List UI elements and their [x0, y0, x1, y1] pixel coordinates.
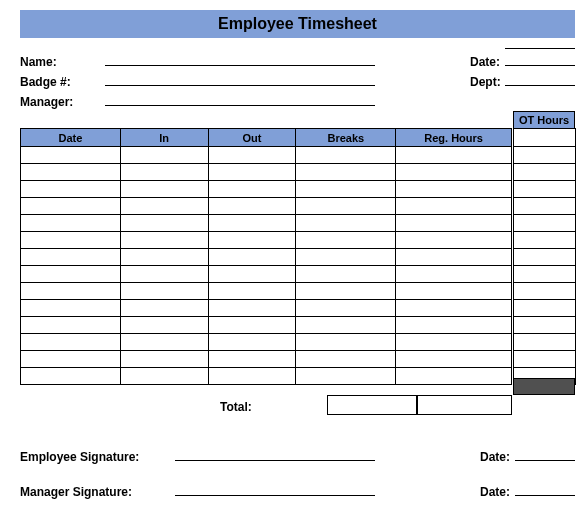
cell-breaks[interactable]: [296, 181, 396, 198]
cell-breaks[interactable]: [296, 368, 396, 385]
cell-in[interactable]: [120, 215, 208, 232]
cell-in[interactable]: [120, 368, 208, 385]
employee-signature-line[interactable]: [175, 460, 375, 461]
cell-date[interactable]: [21, 300, 121, 317]
ot-cell[interactable]: [514, 300, 576, 317]
ot-cell[interactable]: [514, 334, 576, 351]
cell-breaks[interactable]: [296, 283, 396, 300]
cell-in[interactable]: [120, 300, 208, 317]
cell-in[interactable]: [120, 334, 208, 351]
ot-cell[interactable]: [514, 317, 576, 334]
cell-date[interactable]: [21, 334, 121, 351]
cell-breaks[interactable]: [296, 266, 396, 283]
cell-date[interactable]: [21, 147, 121, 164]
table-row: [21, 164, 512, 181]
cell-out[interactable]: [208, 283, 296, 300]
manager-line[interactable]: [105, 105, 375, 106]
cell-out[interactable]: [208, 300, 296, 317]
cell-date[interactable]: [21, 198, 121, 215]
cell-date[interactable]: [21, 283, 121, 300]
ot-cell[interactable]: [514, 232, 576, 249]
cell-breaks[interactable]: [296, 249, 396, 266]
cell-out[interactable]: [208, 317, 296, 334]
cell-breaks[interactable]: [296, 232, 396, 249]
cell-reg_hours[interactable]: [396, 181, 512, 198]
ot-cell[interactable]: [514, 351, 576, 368]
cell-date[interactable]: [21, 164, 121, 181]
ot-cell[interactable]: [514, 198, 576, 215]
cell-reg_hours[interactable]: [396, 147, 512, 164]
cell-date[interactable]: [21, 215, 121, 232]
cell-reg_hours[interactable]: [396, 164, 512, 181]
cell-reg_hours[interactable]: [396, 300, 512, 317]
cell-date[interactable]: [21, 232, 121, 249]
ot-cell[interactable]: [514, 181, 576, 198]
cell-out[interactable]: [208, 249, 296, 266]
manager-signature-line[interactable]: [175, 495, 375, 496]
date-line-top-upper[interactable]: [505, 48, 575, 49]
cell-in[interactable]: [120, 351, 208, 368]
cell-breaks[interactable]: [296, 215, 396, 232]
ot-cell[interactable]: [514, 129, 576, 147]
total-reg-hours[interactable]: [417, 395, 512, 415]
cell-reg_hours[interactable]: [396, 198, 512, 215]
ot-cell[interactable]: [514, 266, 576, 283]
cell-in[interactable]: [120, 283, 208, 300]
employee-signature-date-line[interactable]: [515, 460, 575, 461]
cell-out[interactable]: [208, 181, 296, 198]
cell-in[interactable]: [120, 181, 208, 198]
cell-reg_hours[interactable]: [396, 334, 512, 351]
dept-line[interactable]: [505, 85, 575, 86]
cell-reg_hours[interactable]: [396, 266, 512, 283]
cell-out[interactable]: [208, 198, 296, 215]
cell-reg_hours[interactable]: [396, 351, 512, 368]
cell-in[interactable]: [120, 232, 208, 249]
cell-date[interactable]: [21, 368, 121, 385]
cell-reg_hours[interactable]: [396, 232, 512, 249]
cell-in[interactable]: [120, 317, 208, 334]
cell-breaks[interactable]: [296, 317, 396, 334]
cell-out[interactable]: [208, 351, 296, 368]
ot-cell[interactable]: [514, 283, 576, 300]
cell-reg_hours[interactable]: [396, 249, 512, 266]
cell-reg_hours[interactable]: [396, 283, 512, 300]
cell-date[interactable]: [21, 351, 121, 368]
cell-in[interactable]: [120, 147, 208, 164]
cell-in[interactable]: [120, 164, 208, 181]
cell-date[interactable]: [21, 266, 121, 283]
col-ot-hours-header: OT Hours: [513, 111, 575, 129]
cell-reg_hours[interactable]: [396, 317, 512, 334]
badge-line[interactable]: [105, 85, 375, 86]
cell-date[interactable]: [21, 181, 121, 198]
cell-reg_hours[interactable]: [396, 368, 512, 385]
total-ot-hours[interactable]: [513, 378, 575, 395]
cell-in[interactable]: [120, 198, 208, 215]
cell-in[interactable]: [120, 266, 208, 283]
cell-breaks[interactable]: [296, 334, 396, 351]
table-row: [21, 368, 512, 385]
name-line[interactable]: [105, 65, 375, 66]
ot-cell[interactable]: [514, 215, 576, 232]
cell-out[interactable]: [208, 368, 296, 385]
cell-breaks[interactable]: [296, 147, 396, 164]
cell-reg_hours[interactable]: [396, 215, 512, 232]
cell-out[interactable]: [208, 215, 296, 232]
cell-breaks[interactable]: [296, 300, 396, 317]
cell-breaks[interactable]: [296, 198, 396, 215]
date-line-top[interactable]: [505, 65, 575, 66]
cell-out[interactable]: [208, 266, 296, 283]
cell-out[interactable]: [208, 232, 296, 249]
ot-cell[interactable]: [514, 164, 576, 181]
cell-date[interactable]: [21, 317, 121, 334]
total-breaks[interactable]: [327, 395, 417, 415]
ot-cell[interactable]: [514, 249, 576, 266]
cell-date[interactable]: [21, 249, 121, 266]
cell-in[interactable]: [120, 249, 208, 266]
cell-out[interactable]: [208, 147, 296, 164]
cell-breaks[interactable]: [296, 164, 396, 181]
cell-out[interactable]: [208, 334, 296, 351]
ot-cell[interactable]: [514, 147, 576, 164]
manager-signature-date-line[interactable]: [515, 495, 575, 496]
cell-out[interactable]: [208, 164, 296, 181]
cell-breaks[interactable]: [296, 351, 396, 368]
